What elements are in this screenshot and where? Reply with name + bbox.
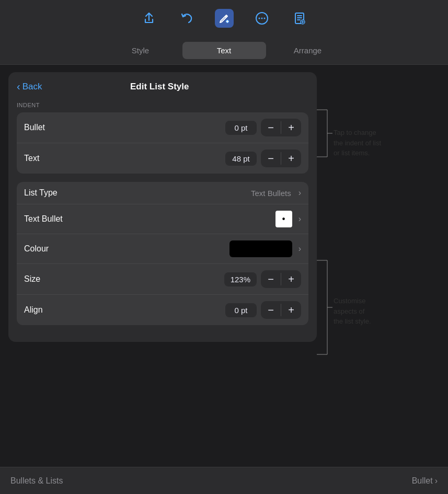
align-label: Align bbox=[24, 305, 225, 315]
text-bullet-label: Text Bullet bbox=[24, 214, 275, 224]
align-stepper: − + bbox=[261, 301, 301, 319]
bottom-nav-chevron-icon: › bbox=[435, 476, 438, 486]
bottom-nav-right[interactable]: Bullet › bbox=[412, 476, 438, 486]
bullet-indent-increment[interactable]: + bbox=[281, 119, 301, 136]
svg-point-3 bbox=[261, 18, 262, 19]
text-indent-row: Text 48 pt − + bbox=[17, 143, 308, 174]
bullet-indent-label: Bullet bbox=[24, 123, 225, 132]
align-decrement[interactable]: − bbox=[261, 301, 281, 319]
document-icon[interactable] bbox=[290, 9, 309, 28]
list-style-annotation: Customise aspects of the list style. bbox=[317, 255, 332, 362]
text-indent-label: Text bbox=[24, 154, 225, 163]
top-annotation-text: Tap to change the indent of list or list… bbox=[334, 128, 417, 158]
bottom-nav-right-label: Bullet bbox=[412, 476, 433, 486]
back-button[interactable]: ‹ Back bbox=[17, 81, 42, 93]
list-type-row[interactable]: List Type Text Bullets › bbox=[17, 182, 308, 204]
svg-point-2 bbox=[258, 18, 260, 19]
text-indent-increment[interactable]: + bbox=[281, 150, 301, 167]
tab-text[interactable]: Text bbox=[182, 42, 266, 59]
colour-label: Colour bbox=[24, 244, 229, 254]
bottom-nav-left-label: Bullets & Lists bbox=[10, 476, 412, 486]
tab-bar: Style Text Arrange bbox=[0, 37, 448, 65]
indent-section-label: INDENT bbox=[17, 102, 308, 108]
text-indent-decrement[interactable]: − bbox=[261, 150, 281, 167]
text-indent-value: 48 pt bbox=[225, 152, 257, 166]
text-bullet-chevron-icon: › bbox=[298, 214, 301, 224]
list-type-value: Text Bullets bbox=[251, 189, 291, 198]
indent-group: Bullet 0 pt − + Text 48 pt − + bbox=[17, 112, 308, 174]
colour-row[interactable]: Colour › bbox=[17, 234, 308, 264]
list-type-chevron-icon: › bbox=[298, 188, 301, 198]
toolbar bbox=[0, 0, 448, 37]
bullet-indent-decrement[interactable]: − bbox=[261, 119, 281, 136]
bottom-nav: Bullets & Lists Bullet › bbox=[0, 467, 448, 494]
align-increment[interactable]: + bbox=[281, 301, 301, 319]
back-label: Back bbox=[22, 82, 42, 92]
undo-icon[interactable] bbox=[177, 9, 196, 28]
size-decrement[interactable]: − bbox=[261, 270, 281, 288]
bullet-indent-row: Bullet 0 pt − + bbox=[17, 112, 308, 143]
tab-style[interactable]: Style bbox=[99, 42, 182, 59]
bullet-indent-stepper: − + bbox=[261, 119, 301, 136]
back-chevron-icon: ‹ bbox=[17, 81, 20, 93]
indent-annotation: Tap to change the indent of list or list… bbox=[317, 105, 332, 164]
edit-card: ‹ Back Edit List Style INDENT Bullet 0 p… bbox=[8, 72, 317, 342]
size-value: 123% bbox=[224, 272, 257, 286]
tab-arrange[interactable]: Arrange bbox=[266, 42, 350, 59]
text-bullet-row[interactable]: Text Bullet • › bbox=[17, 204, 308, 234]
annotations-panel: Tap to change the indent of list or list… bbox=[317, 72, 432, 342]
list-options-group: List Type Text Bullets › Text Bullet • ›… bbox=[17, 182, 308, 325]
align-row: Align 0 pt − + bbox=[17, 295, 308, 325]
page-title: Edit List Style bbox=[42, 82, 277, 92]
colour-chevron-icon: › bbox=[298, 244, 301, 254]
size-increment[interactable]: + bbox=[281, 270, 301, 288]
bottom-annotation-text: Customise aspects of the list style. bbox=[334, 296, 417, 327]
share-icon[interactable] bbox=[140, 9, 158, 28]
size-stepper: − + bbox=[261, 270, 301, 288]
svg-point-4 bbox=[263, 18, 265, 19]
size-label: Size bbox=[24, 274, 224, 284]
align-value: 0 pt bbox=[225, 303, 257, 317]
text-indent-stepper: − + bbox=[261, 150, 301, 167]
size-row: Size 123% − + bbox=[17, 264, 308, 295]
bullet-indent-value: 0 pt bbox=[225, 121, 257, 135]
colour-swatch bbox=[229, 240, 292, 257]
more-icon[interactable] bbox=[252, 9, 271, 28]
bullet-preview: • bbox=[275, 211, 292, 227]
card-header: ‹ Back Edit List Style bbox=[17, 81, 308, 93]
bullet-char: • bbox=[282, 214, 285, 224]
annotate-icon[interactable] bbox=[215, 9, 234, 28]
list-type-label: List Type bbox=[24, 188, 251, 198]
